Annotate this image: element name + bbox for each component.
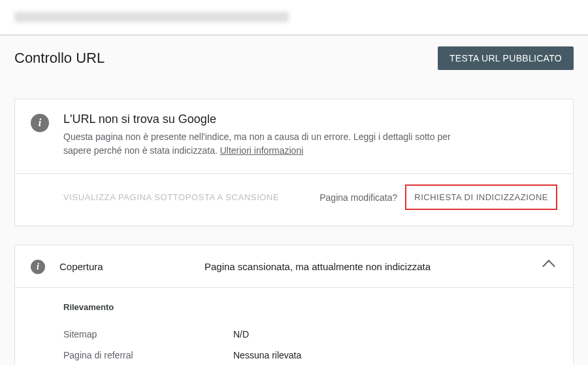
coverage-row: Sitemap N/D [63,324,557,345]
coverage-header[interactable]: i Copertura Pagina scansionata, ma attua… [15,245,573,287]
info-icon: i [31,114,49,132]
coverage-label: Copertura [59,261,190,272]
test-live-url-button[interactable]: TESTA URL PUBBLICATO [438,46,574,70]
page-title: Controllo URL [14,50,105,67]
view-crawled-page-button: VISUALIZZA PAGINA SOTTOPOSTA A SCANSIONE [63,192,279,202]
url-input-row[interactable] [0,0,588,34]
chevron-up-icon [542,260,555,273]
blurred-url [14,12,289,22]
coverage-card: i Copertura Pagina scansionata, ma attua… [14,245,574,365]
page-changed-label: Pagina modificata? [319,192,397,203]
row-value: N/D [233,329,249,339]
page-header: Controllo URL TESTA URL PUBBLICATO [0,36,588,80]
detection-section-title: Rilevamento [63,302,557,312]
info-icon: i [31,260,45,274]
status-description: Questa pagina non è presente nell'indice… [63,130,455,158]
coverage-value: Pagina scansionata, ma attualmente non i… [204,261,530,272]
url-status-card: i L'URL non si trova su Google Questa pa… [14,99,574,226]
row-value: Nessuna rilevata [233,350,301,360]
more-info-link[interactable]: Ulteriori informazioni [220,145,304,156]
request-indexing-button[interactable]: RICHIESTA DI INDICIZZAZIONE [405,184,557,210]
status-title: L'URL non si trova su Google [63,113,557,126]
row-label: Sitemap [63,329,233,339]
row-label: Pagina di referral [63,350,233,360]
coverage-detail: Rilevamento Sitemap N/D Pagina di referr… [15,287,573,365]
coverage-row: Pagina di referral Nessuna rilevata [63,345,557,365]
content-area: i L'URL non si trova su Google Questa pa… [0,80,588,365]
